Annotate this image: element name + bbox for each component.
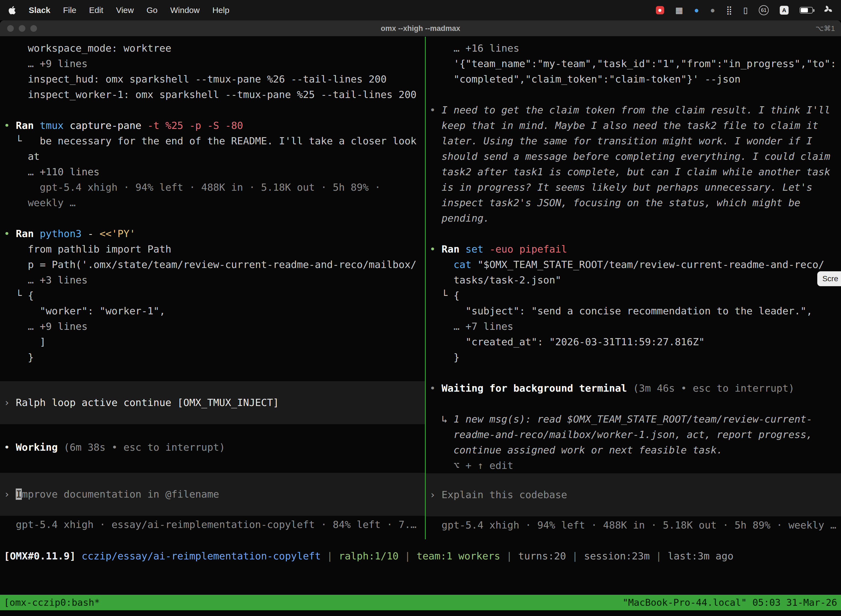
bullet-icon: • bbox=[4, 228, 16, 239]
terminal-content: workspace_mode: worktree … +9 lines insp… bbox=[0, 37, 841, 616]
bullet-icon: • bbox=[429, 383, 441, 394]
ran-command-line: • Ran python3 - <<'PY' bbox=[0, 226, 425, 242]
composer-input[interactable]: › Improve documentation in @filename bbox=[0, 473, 425, 516]
terminal-line: inspect_worker-1: omx sparkshell --tmux-… bbox=[0, 87, 425, 103]
tmux-pane-left[interactable]: workspace_mode: worktree … +9 lines insp… bbox=[0, 37, 425, 549]
thinking-line: • I need to get the claim token from the… bbox=[426, 103, 841, 118]
bullet-icon: • bbox=[429, 104, 441, 116]
expander-line: … +110 lines bbox=[0, 164, 425, 180]
thinking-line: is in progress? It seems likely but perh… bbox=[426, 180, 841, 195]
apple-menu[interactable] bbox=[8, 6, 16, 15]
ran-command-line: • Ran tmux capture-pane -t %25 -p -S -80 bbox=[0, 118, 425, 133]
code-line: p = Path('.omx/state/team/review-current… bbox=[0, 257, 425, 273]
tmux-status-bar: [omx-cczip0:bash* "MacBook-Pro-44.local"… bbox=[0, 595, 841, 610]
apple-logo-icon bbox=[8, 6, 16, 15]
command-line: tasks/task-2.json" bbox=[426, 273, 841, 288]
turns-counter: turns:20 bbox=[518, 550, 572, 562]
grid-icon[interactable]: ▦ bbox=[675, 6, 683, 14]
menu-help[interactable]: Help bbox=[212, 6, 230, 15]
waiting-status-line: • Waiting for background terminal (3m 46… bbox=[426, 381, 841, 396]
thinking-line: later. Using the same for transition mig… bbox=[426, 133, 841, 149]
thinking-line: keep that in mind. Maybe I also need the… bbox=[426, 118, 841, 133]
stats-line: weekly … bbox=[0, 195, 425, 211]
menu-go[interactable]: Go bbox=[147, 6, 158, 15]
menu-edit[interactable]: Edit bbox=[89, 6, 104, 15]
fan-icon[interactable] bbox=[824, 5, 833, 16]
model-footer-line: gpt-5.4 xhigh · 94% left · 488K in · 5.1… bbox=[426, 518, 841, 533]
stats-line: gpt-5.4 xhigh · 94% left · 488K in · 5.1… bbox=[0, 180, 425, 195]
expander-line: … +9 lines bbox=[0, 56, 425, 72]
terminal-line: workspace_mode: worktree bbox=[0, 41, 425, 56]
text-cursor: I bbox=[16, 488, 22, 500]
branch-name: cczip/essay/ai-reimplementation-copyleft bbox=[76, 550, 327, 562]
menu-bar-status-icons: ▦ ● ● ⣿ ▯ 61 A bbox=[656, 5, 833, 16]
prompt-icon: › bbox=[4, 488, 16, 500]
menu-window[interactable]: Window bbox=[170, 6, 200, 15]
dots-grid-icon[interactable]: ⣿ bbox=[726, 6, 732, 14]
screen-recording-indicator-icon[interactable] bbox=[656, 6, 664, 14]
edit-hint-line: ⌥ + ↑ edit bbox=[426, 458, 841, 473]
window-title-bar[interactable]: omx --xhigh --madmax ⌥⌘1 bbox=[0, 21, 841, 37]
output-line: "worker": "worker-1", bbox=[0, 303, 425, 319]
menu-bar-left: Slack File Edit View Go Window Help bbox=[8, 6, 229, 15]
mailbox-message-line: continue assigned work or next feasible … bbox=[426, 442, 841, 458]
ralph-counter: ralph:1/10 bbox=[339, 550, 404, 562]
expander-line: … +9 lines bbox=[0, 319, 425, 334]
app-menu-slack[interactable]: Slack bbox=[29, 6, 50, 15]
expander-line: … +3 lines bbox=[0, 273, 425, 288]
composer-input[interactable]: › Explain this codebase bbox=[426, 473, 841, 516]
output-line: └ { bbox=[426, 288, 841, 303]
ran-command-line: • Ran set -euo pipefail bbox=[426, 242, 841, 257]
composer-line: › Improve documentation in @filename bbox=[0, 487, 425, 502]
prompt-icon: › bbox=[429, 489, 441, 500]
composer-line: › Explain this codebase bbox=[426, 487, 841, 503]
screen-share-popup[interactable]: Scre bbox=[817, 271, 841, 286]
tmux-host-clock: "MacBook-Pro-44.local" 05:03 31-Mar-26 bbox=[623, 597, 837, 608]
thinking-line: inspect task2's JSON, focusing on the st… bbox=[426, 195, 841, 211]
omx-status-line: [OMX#0.11.9] cczip/essay/ai-reimplementa… bbox=[0, 549, 841, 564]
window-shortcut-hint: ⌥⌘1 bbox=[816, 21, 835, 37]
menu-file[interactable]: File bbox=[63, 6, 76, 15]
command-line: cat "$OMX_TEAM_STATE_ROOT/team/review-cu… bbox=[426, 257, 841, 273]
tmux-session-name[interactable]: [omx-cczip0:bash* bbox=[4, 597, 100, 608]
prompt-icon: › bbox=[4, 397, 16, 408]
tmux-pane-right[interactable]: … +16 lines '{"team_name":"my-team","tas… bbox=[426, 37, 841, 549]
inject-line: › Ralph loop active continue [OMX_TMUX_I… bbox=[0, 395, 425, 411]
input-source-icon[interactable]: A bbox=[780, 6, 788, 15]
expander-line: … +7 lines bbox=[426, 319, 841, 334]
team-workers: team:1 workers bbox=[417, 550, 506, 562]
bullet-icon: • bbox=[4, 120, 16, 131]
window-title: omx --xhigh --madmax bbox=[0, 21, 841, 37]
expander-line: … +16 lines bbox=[426, 41, 841, 56]
output-line: } bbox=[0, 350, 425, 365]
bullet-icon: • bbox=[429, 243, 441, 255]
output-line: } bbox=[426, 350, 841, 365]
app-status-dark-icon[interactable]: ● bbox=[710, 6, 715, 14]
last-activity: last:3m ago bbox=[668, 550, 733, 562]
phone-icon[interactable]: ▯ bbox=[743, 6, 748, 14]
output-line: └ { bbox=[0, 288, 425, 303]
terminal-line: '{"team_name":"my-team","task_id":"1","f… bbox=[426, 56, 841, 72]
battery-icon[interactable] bbox=[800, 7, 813, 13]
menu-view[interactable]: View bbox=[116, 6, 133, 15]
output-line: └ be necessary for the end of the README… bbox=[0, 133, 425, 149]
omx-version: [OMX#0.11.9] bbox=[4, 550, 76, 562]
terminal-window: omx --xhigh --madmax ⌥⌘1 workspace_mode:… bbox=[0, 21, 841, 616]
output-line: "created_at": "2026-03-31T11:59:27.816Z" bbox=[426, 334, 841, 350]
thinking-line: task2 after task1 is complete, but can I… bbox=[426, 164, 841, 180]
mailbox-message-line: readme-and-reco/mailbox/worker-1.json, a… bbox=[426, 427, 841, 442]
session-time: session:23m bbox=[584, 550, 656, 562]
thinking-line: pending. bbox=[426, 211, 841, 226]
thinking-line: should send a message before completing … bbox=[426, 149, 841, 164]
output-line: at bbox=[0, 149, 425, 164]
output-line: ] bbox=[0, 334, 425, 350]
terminal-line: "completed","claim_token":"claim-token"}… bbox=[426, 72, 841, 87]
app-status-blue-icon[interactable]: ● bbox=[694, 6, 699, 14]
bullet-icon: • bbox=[4, 441, 16, 453]
mailbox-message-line: ↳ 1 new msg(s): read $OMX_TEAM_STATE_ROO… bbox=[426, 412, 841, 427]
code-line: from pathlib import Path bbox=[0, 242, 425, 257]
output-line: "subject": "send a concise recommendatio… bbox=[426, 303, 841, 319]
model-footer-line: gpt-5.4 xhigh · essay/ai-reimplementatio… bbox=[0, 517, 425, 532]
inject-banner: › Ralph loop active continue [OMX_TMUX_I… bbox=[0, 381, 425, 424]
gauge-badge-icon[interactable]: 61 bbox=[759, 5, 769, 15]
